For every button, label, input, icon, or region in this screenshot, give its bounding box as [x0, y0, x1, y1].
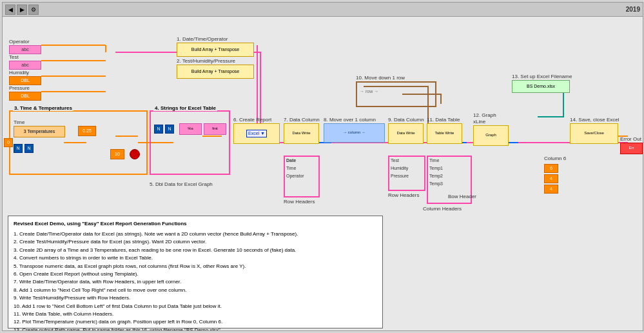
- step7-label: 7. Data Column: [284, 117, 320, 123]
- annotation-line-12: 12. Plot Time/Temperature (numeric) data…: [14, 318, 377, 326]
- error-out-label: Error Out: [620, 136, 641, 142]
- step10-label: 10. Move down 1 row: [356, 75, 405, 81]
- annotation-line-11: 11. Write Data Table, with Column Header…: [14, 310, 377, 318]
- step11-label: 11. Data Table: [427, 117, 460, 123]
- test-input: abc: [9, 61, 41, 70]
- n-node1: N: [14, 144, 23, 153]
- annotation-line-5: 5. Transpose numeric data, as Excel grap…: [14, 263, 377, 270]
- step14-block: Save/Close: [570, 123, 618, 144]
- diagram-area: Operator abc Test abc Humidity DBL Press…: [3, 17, 643, 331]
- step13-block: BS Demo.xlsx: [512, 80, 570, 93]
- step1-block: Build Array + Transpose: [177, 43, 254, 57]
- n-node2: N: [24, 144, 34, 153]
- toolbar: ◀ ▶ ⚙ 2019: [3, 3, 643, 17]
- step8-label: 8. Move over 1 column: [324, 117, 376, 123]
- annotation-line-1: 1. Create Date/Time/Operator data for Ex…: [14, 230, 377, 238]
- row-headers1-label: Row Headers: [284, 199, 315, 205]
- step3-label: 3. Time & Temperatures: [13, 105, 73, 111]
- step12-block: Graph: [473, 125, 509, 146]
- year-label: 2019: [626, 6, 640, 13]
- row-headers1-box: Date Time Operator: [284, 156, 320, 197]
- col6-label: Column 6: [544, 156, 566, 161]
- step6-label: 6. Create Report: [233, 117, 271, 123]
- row-headers2-box: Test Humidity Pressure: [388, 156, 425, 191]
- annotation-line-4: 4. Convert numbers to strings in order t…: [14, 254, 377, 262]
- col-headers-label: Column Headers: [423, 206, 462, 212]
- step8-block: → column →: [324, 123, 385, 143]
- annotation-line-3: 3. Create 2D array of a Time and 3 Tempe…: [14, 247, 377, 254]
- annotation-line-7: 7. Write Date/Time/Operator data, with R…: [14, 278, 377, 286]
- time-subblock: 3 Temperatures: [14, 126, 65, 137]
- step2-block: Build Array + Transpose: [177, 65, 254, 79]
- pressure-label: Pressure: [9, 85, 30, 91]
- operator-label: Operator: [9, 39, 30, 45]
- step5-label: 5. Dbl Data for Excel Graph: [150, 181, 213, 187]
- step9-label: 9. Data Column: [388, 117, 424, 123]
- bow-header-label: Bow Header: [448, 194, 476, 199]
- row-headers2-label: Row Headers: [388, 192, 419, 198]
- val-10: 10: [110, 149, 124, 159]
- step1-label: 1. Date/Time/Operator: [177, 36, 228, 42]
- error-out-block: Err: [620, 143, 643, 154]
- pressure-input: DBL: [9, 92, 41, 101]
- step2-label: 2. Test/Humidity/Pressure: [177, 58, 235, 64]
- settings-icon[interactable]: ⚙: [28, 5, 39, 15]
- step4-label: 4. Strings for Excel Table: [153, 105, 217, 111]
- annotation-line-8: 8. Add 1 column to "Next Cell Top Right"…: [14, 287, 377, 294]
- step12-line-label: xLine: [473, 119, 485, 125]
- step3-container: 3. Time & Temperatures Time 3 Temperatur…: [9, 110, 148, 175]
- annotation-line-10: 10. Add 1 row to "Next Cell Bottom Left"…: [14, 303, 377, 310]
- n-node3: N: [154, 125, 163, 134]
- annotation-box: Revised Excel Demo, using "Easy" Excel R…: [8, 216, 383, 328]
- step4-container: 4. Strings for Excel Table N N %s fmt: [150, 110, 230, 175]
- forward-icon[interactable]: ▶: [17, 5, 27, 15]
- time-sub-label: Time: [14, 119, 24, 125]
- step6-block: Excel ▼: [233, 123, 280, 144]
- step12-label: 12. Graph: [473, 112, 496, 118]
- step9-block: Data Write: [388, 123, 424, 144]
- zero-node: 0: [4, 138, 13, 147]
- humidity-label: Humidity: [9, 70, 29, 76]
- back-icon[interactable]: ◀: [5, 5, 15, 15]
- annotation-line-13: 13. Create output Path name. Put in same…: [14, 327, 377, 331]
- stop-circle: [130, 149, 140, 159]
- step10-block: → row →: [356, 81, 436, 107]
- str-block2: fmt: [204, 123, 226, 135]
- step14-label: 14. Save, close Excel: [570, 117, 619, 123]
- val-025: 0.25: [78, 126, 96, 136]
- n-node4: N: [165, 125, 174, 134]
- col6-values: 6 4 4: [544, 164, 558, 194]
- step13-label: 13. Set up Excel Filename: [512, 74, 572, 79]
- test-label: Test: [9, 54, 19, 60]
- str-block1: %s: [179, 123, 202, 135]
- operator-input: abc: [9, 45, 41, 54]
- step7-block: Data Write: [284, 123, 319, 144]
- annotation-title: Revised Excel Demo, using "Easy" Excel R…: [14, 220, 377, 228]
- annotation-line-2: 2. Create Test/Humidity/Pressure data fo…: [14, 238, 377, 246]
- main-window: ◀ ▶ ⚙ 2019: [2, 2, 643, 331]
- annotation-line-6: 6. Open Create Excel Report (without usi…: [14, 270, 377, 278]
- annotation-line-9: 9. Write Test/Humidity/Pressure with Row…: [14, 294, 377, 302]
- step11-block: Table Write: [427, 123, 462, 144]
- humidity-input: DBL: [9, 76, 41, 85]
